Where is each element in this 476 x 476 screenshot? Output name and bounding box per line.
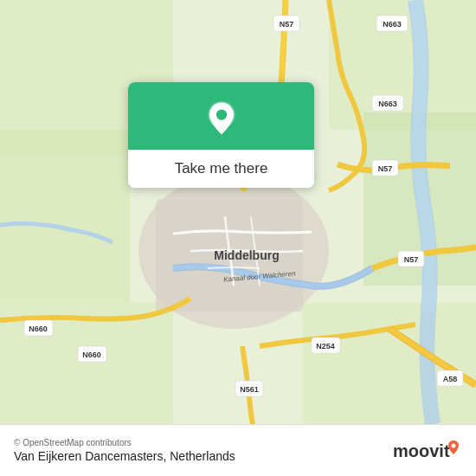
svg-point-34 — [452, 443, 456, 447]
svg-point-32 — [215, 109, 226, 119]
svg-rect-6 — [303, 303, 476, 424]
svg-text:N57: N57 — [404, 255, 419, 264]
take-me-there-label: Take me there — [175, 160, 268, 177]
svg-text:A58: A58 — [443, 375, 458, 383]
svg-text:N57: N57 — [378, 164, 393, 173]
svg-text:N57: N57 — [280, 20, 294, 29]
location-pin-icon — [203, 100, 241, 138]
svg-text:N254: N254 — [316, 342, 335, 351]
svg-text:N561: N561 — [240, 385, 259, 394]
popup-card: Take me there — [128, 82, 314, 188]
svg-text:Middelburg: Middelburg — [214, 248, 279, 262]
svg-rect-2 — [0, 130, 130, 303]
svg-text:moovit: moovit — [393, 441, 450, 460]
moovit-logo-svg: moovit — [393, 438, 462, 464]
take-me-there-button[interactable]: Take me there — [128, 150, 314, 188]
svg-text:N663: N663 — [378, 100, 397, 108]
svg-text:N660: N660 — [29, 325, 48, 333]
location-name: Van Eijkeren Dancemasters, Netherlands — [14, 449, 235, 463]
map-container: N57 N663 N663 N57 N57 N660 N660 N254 N56… — [0, 0, 476, 424]
popup-header — [128, 82, 314, 150]
moovit-logo: moovit — [393, 438, 462, 464]
info-bar: © OpenStreetMap contributors Van Eijkere… — [0, 424, 476, 476]
copyright-text: © OpenStreetMap contributors — [14, 438, 235, 447]
svg-text:N663: N663 — [383, 20, 402, 29]
svg-text:N660: N660 — [82, 351, 101, 359]
info-bar-left: © OpenStreetMap contributors Van Eijkere… — [14, 438, 235, 463]
